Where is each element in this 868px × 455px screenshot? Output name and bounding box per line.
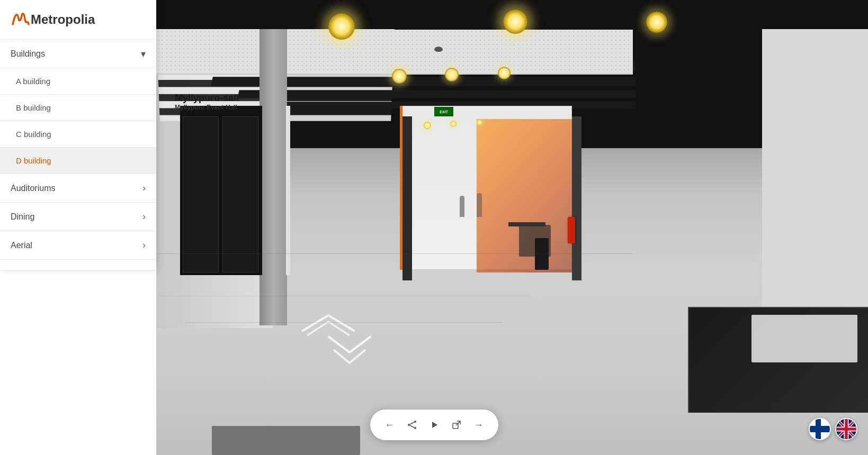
language-area [809, 418, 857, 440]
finnish-flag-button[interactable] [809, 418, 831, 440]
external-link-button[interactable] [445, 414, 468, 436]
c-building-label: C building [16, 130, 51, 139]
ceiling-panel-dots [156, 30, 633, 75]
svg-point-0 [414, 421, 416, 423]
aerial-chevron-right-icon: › [142, 240, 146, 251]
external-link-icon [452, 420, 461, 430]
light-5 [445, 68, 459, 81]
play-icon [429, 420, 439, 430]
svg-point-1 [408, 424, 410, 426]
auditoriums-chevron-right-icon: › [142, 183, 146, 194]
dining-chevron-right-icon: › [142, 211, 146, 222]
uk-flag-icon [836, 418, 856, 440]
forward-arrow-icon: → [474, 420, 484, 431]
trash-bin [535, 238, 549, 270]
logo-area: Metropolia [0, 0, 156, 40]
sidebar-item-c-building[interactable]: C building [0, 121, 156, 148]
hall-sign: Myllypuro-sali Myllypuro Event Hall [175, 93, 239, 111]
share-button[interactable] [401, 414, 423, 436]
floor-mat [212, 426, 360, 455]
sidebar: Metropolia Buildings ▾ A building B buil… [0, 0, 156, 270]
right-wall [762, 0, 868, 349]
buildings-menu[interactable]: Buildings ▾ [0, 40, 156, 68]
buildings-label: Buildings [11, 49, 45, 59]
light-2 [503, 10, 527, 34]
back-light-2 [450, 121, 457, 127]
fire-extinguisher [568, 217, 575, 243]
person-1 [460, 196, 464, 217]
light-6 [498, 67, 511, 79]
share-icon [407, 420, 417, 430]
security-camera [434, 47, 443, 52]
auditoriums-menu[interactable]: Auditoriums › [0, 174, 156, 203]
exit-sign: EXIT [434, 107, 453, 116]
floor-line-2 [185, 322, 503, 323]
sidebar-item-d-building[interactable]: D building [0, 148, 156, 174]
back-button[interactable]: ← [379, 414, 401, 436]
door-frame [286, 106, 290, 275]
english-flag-button[interactable] [835, 418, 857, 440]
d-building-label: D building [16, 156, 51, 165]
play-button[interactable] [423, 414, 445, 436]
reception-desk-map [751, 315, 857, 362]
aerial-label: Aerial [11, 241, 32, 250]
sign-sub-text: Myllypuro Event Hall [175, 104, 239, 111]
metropolia-logo-icon [11, 10, 31, 30]
aerial-menu[interactable]: Aerial › [0, 231, 156, 260]
center-pillar [259, 29, 287, 325]
back-pillar-left [402, 116, 412, 280]
dining-label: Dining [11, 212, 34, 222]
light-4 [392, 69, 407, 84]
back-pillar-right [572, 116, 581, 280]
auditoriums-label: Auditoriums [11, 184, 55, 193]
dining-menu[interactable]: Dining › [0, 203, 156, 231]
floor-line-3 [156, 253, 633, 254]
svg-rect-16 [845, 419, 847, 439]
back-light-3 [477, 120, 482, 125]
beam-4 [237, 90, 636, 98]
light-1 [328, 13, 355, 40]
sidebar-item-b-building[interactable]: B building [0, 95, 156, 121]
logo-text: Metropolia [31, 12, 95, 27]
light-3 [646, 12, 667, 33]
svg-line-4 [410, 425, 414, 427]
sign-main-text: Myllypuro-sali [175, 93, 239, 104]
back-light-1 [424, 122, 431, 129]
b-building-label: B building [16, 103, 51, 112]
svg-point-2 [414, 427, 416, 429]
door-panel-1 [183, 116, 219, 272]
svg-line-3 [410, 422, 414, 424]
door-panel-2 [222, 116, 258, 272]
bottom-toolbar: ← → [370, 410, 498, 440]
buildings-chevron-down-icon: ▾ [141, 48, 146, 60]
forward-button[interactable]: → [468, 414, 490, 436]
a-building-label: A building [16, 77, 50, 86]
back-arrow-icon: ← [385, 420, 395, 431]
svg-marker-5 [432, 422, 437, 428]
sidebar-item-a-building[interactable]: A building [0, 68, 156, 95]
floor-nav-arrow-top[interactable] [286, 310, 371, 339]
person-2 [477, 193, 482, 217]
